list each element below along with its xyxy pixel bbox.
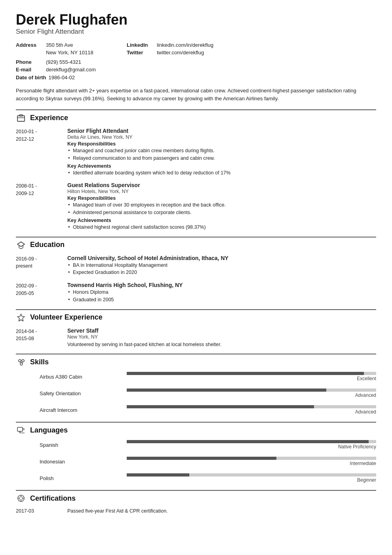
language-row-1: Indonesian Intermediate <box>16 457 376 466</box>
education-entry-1: 2002-09 -2005-05 Townsend Harris High Sc… <box>16 282 376 304</box>
edu-bullet-item: BA in International Hospitality Manageme… <box>67 262 376 269</box>
certifications-section-header: Certifications <box>16 490 376 503</box>
exp-org-1: Hilton Hotels, New York, NY <box>67 189 376 194</box>
skill-bar-fill-1 <box>127 388 326 392</box>
exp-org-0: Delta Air Lines, New York, NY <box>67 134 376 140</box>
exp-resp-list-0: Managed and coached junior cabin crew me… <box>67 147 376 162</box>
languages-section-header: Languages <box>16 422 376 435</box>
svg-marker-3 <box>17 314 25 321</box>
vol-desc-0: Volunteered by serving in fast-paced kit… <box>67 341 376 348</box>
svg-rect-1 <box>19 115 23 116</box>
phone-value: (929) 555-4321 <box>46 58 81 66</box>
edu-dates-1: 2002-09 -2005-05 <box>16 282 63 304</box>
svg-point-14 <box>19 497 23 500</box>
edu-title-1: Townsend Harris High School, Flushing, N… <box>67 282 376 288</box>
svg-line-8 <box>21 362 23 363</box>
email-label: E-mail <box>16 66 44 74</box>
lang-bar-fill-2 <box>127 473 189 477</box>
experience-section-header: Experience <box>16 109 376 123</box>
svg-point-4 <box>19 360 21 362</box>
skills-list: Airbus A380 Cabin Excellent Safety Orien… <box>16 372 376 415</box>
lang-bar-fill-0 <box>127 440 369 443</box>
skill-row-0: Airbus A380 Cabin Excellent <box>16 372 376 381</box>
edu-bullet-item: Expected Graduation in 2020 <box>67 269 376 276</box>
certifications-list: 2017-03 Passed five-year First Aid & CPR… <box>16 508 376 514</box>
skill-bar-area-2: Advanced <box>127 405 376 415</box>
exp-resp-item: Managed and coached junior cabin crew me… <box>67 147 376 155</box>
edu-title-0: Cornell University, School of Hotel Admi… <box>67 255 376 261</box>
contact-grid: Address 350 5th Ave New York, NY 10118 P… <box>16 41 376 82</box>
volunteer-icon <box>16 312 26 323</box>
edu-content-0: Cornell University, School of Hotel Admi… <box>67 255 376 277</box>
exp-title-0: Senior Flight Attendant <box>67 128 376 134</box>
skill-name-0: Airbus A380 Cabin <box>16 374 127 380</box>
skill-row-1: Safety Orientation Advanced <box>16 388 376 398</box>
vol-org-0: New York, NY <box>67 334 376 340</box>
languages-icon <box>16 425 26 435</box>
experience-title: Experience <box>30 114 68 122</box>
svg-rect-0 <box>17 116 25 121</box>
skill-bar-fill-2 <box>127 405 314 408</box>
twitter-row: Twitter twitter.com/derekflug <box>127 49 376 57</box>
lang-level-2: Beginner <box>357 477 376 483</box>
exp-title-1: Guest Relations Supervisor <box>67 182 376 188</box>
svg-rect-9 <box>17 427 23 431</box>
skill-level-0: Excellent <box>357 376 376 381</box>
volunteer-list: 2014-04 -2015-08 Server Staff New York, … <box>16 327 376 348</box>
skill-bar-fill-0 <box>127 372 364 375</box>
skills-section-header: Skills <box>16 354 376 367</box>
vol-title-0: Server Staff <box>67 327 376 334</box>
exp-resp-label-1: Key Responsibilities <box>67 195 376 201</box>
volunteer-section-header: Volunteer Experience <box>16 309 376 323</box>
lang-bar-track-1 <box>127 457 376 460</box>
vol-dates-0: 2014-04 -2015-08 <box>16 327 63 348</box>
email-value: derekflug@gmail.com <box>46 66 96 74</box>
education-title: Education <box>30 241 65 249</box>
lang-level-1: Intermediate <box>350 461 376 466</box>
languages-title: Languages <box>30 426 68 434</box>
education-section-header: Education <box>16 237 376 250</box>
languages-list: Spanish Native Proficiency Indonesian In… <box>16 440 376 483</box>
skills-title: Skills <box>30 358 49 366</box>
volunteer-entry-0: 2014-04 -2015-08 Server Staff New York, … <box>16 327 376 348</box>
skill-name-2: Aircraft Intercom <box>16 407 127 413</box>
skill-bar-track-0 <box>127 372 376 375</box>
exp-ach-item: Identified alternate boarding system whi… <box>67 169 376 177</box>
address-row: Address 350 5th Ave New York, NY 10118 <box>16 41 127 57</box>
experience-entry-1: 2008-01 -2009-12 Guest Relations Supervi… <box>16 182 376 231</box>
skill-level-1: Advanced <box>355 392 376 398</box>
exp-resp-label-0: Key Responsibilities <box>67 141 376 147</box>
dob-label: Date of birth <box>16 74 46 82</box>
language-row-2: Polish Beginner <box>16 473 376 483</box>
exp-ach-label-1: Key Achievements <box>67 218 376 223</box>
lang-bar-fill-1 <box>127 457 276 460</box>
skill-bar-track-1 <box>127 388 376 392</box>
lang-bar-area-2: Beginner <box>127 473 376 483</box>
email-row: E-mail derekflug@gmail.com <box>16 66 127 74</box>
lang-name-1: Indonesian <box>16 459 127 465</box>
cert-date-0: 2017-03 <box>16 508 63 514</box>
certifications-title: Certifications <box>30 494 76 503</box>
edu-dates-0: 2016-09 -present <box>16 255 63 277</box>
exp-resp-list-1: Managed team of over 30 employees in rec… <box>67 201 376 216</box>
linkedin-row: LinkedIn linkedin.com/in/derekflug <box>127 41 376 49</box>
cert-row-0: 2017-03 Passed five-year First Aid & CPR… <box>16 508 376 514</box>
certifications-icon <box>16 493 26 503</box>
experience-list: 2010-01 -2012-12 Senior Flight Attendant… <box>16 128 376 231</box>
lang-bar-area-0: Native Proficiency <box>127 440 376 450</box>
skill-level-2: Advanced <box>355 409 376 415</box>
skill-name-1: Safety Orientation <box>16 390 127 396</box>
edu-bullet-item: Honors Diploma <box>67 289 376 296</box>
skill-row-2: Aircraft Intercom Advanced <box>16 405 376 415</box>
education-list: 2016-09 -present Cornell University, Sch… <box>16 255 376 304</box>
address-label: Address <box>16 41 44 49</box>
linkedin-value: linkedin.com/in/derekflug <box>157 41 213 49</box>
full-name: Derek Flughafen <box>16 12 376 28</box>
exp-ach-item: Obtained highest regional client satisfa… <box>67 224 376 231</box>
vol-content-0: Server Staff New York, NY Volunteered by… <box>67 327 376 348</box>
dob-row: Date of birth 1986-04-02 <box>16 74 127 82</box>
skills-icon <box>16 357 26 367</box>
phone-label: Phone <box>16 58 44 66</box>
skill-bar-area-0: Excellent <box>127 372 376 381</box>
exp-dates-1: 2008-01 -2009-12 <box>16 182 63 231</box>
